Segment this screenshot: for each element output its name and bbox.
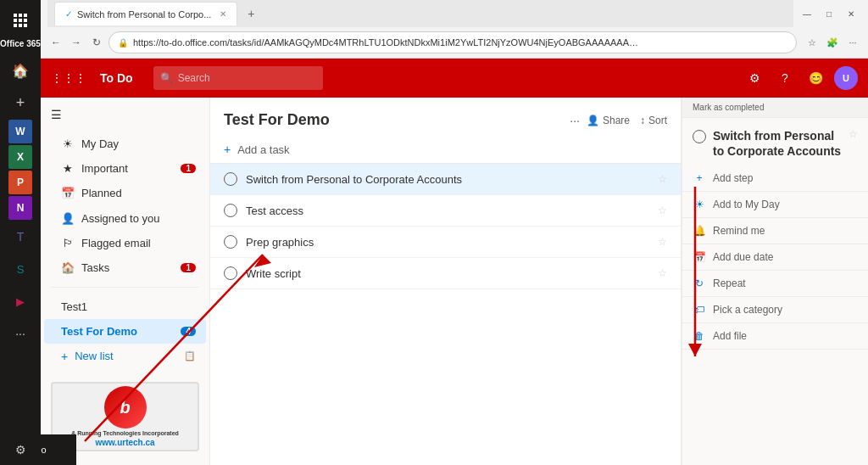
active-tab[interactable]: ✓ Switch from Personal to Corpo... ✕ <box>54 2 237 25</box>
detail-add-to-my-day[interactable]: ☀ Add to My Day <box>682 192 868 218</box>
search-input[interactable] <box>178 72 297 84</box>
tab-favicon: ✓ <box>65 9 72 19</box>
sidebar-menu-icon[interactable]: ☰ <box>51 108 62 121</box>
address-bar[interactable]: 🔒 https://to-do.office.com/tasks/id/AAMk… <box>108 31 797 53</box>
sidebar-icon-sharepoint[interactable]: S <box>5 254 36 284</box>
sidebar-list-test-for-demo[interactable]: Test For Demo 4 <box>44 319 206 344</box>
sidebar-icon-stream[interactable]: ▶ <box>5 286 36 317</box>
sidebar-icon-settings[interactable]: ⚙ <box>5 434 36 465</box>
todo-sidebar: ☰ ☀ My Day ★ Important 1 📅 <box>41 98 210 465</box>
search-box[interactable]: 🔍 <box>153 66 323 90</box>
task-star-2[interactable]: ☆ <box>658 236 667 248</box>
close-button[interactable]: ✕ <box>841 5 861 22</box>
task-list-header: Test For Demo ··· 👤 Share ↕ Sort <box>210 98 681 136</box>
sidebar-item-planned[interactable]: 📅 Planned <box>44 181 206 205</box>
add-step-icon: + <box>693 172 706 184</box>
user-avatar[interactable]: U <box>834 66 858 90</box>
office-sidebar: Office 365 🏠 + W X P N T S ▶ ··· ⚙ <box>0 0 41 465</box>
detail-task-title: Switch from Personal to Corporate Accoun… <box>713 128 842 159</box>
feedback-icon-button[interactable]: 😊 <box>804 66 827 90</box>
task-star-0[interactable]: ☆ <box>658 173 667 185</box>
logo-tagline: & Running Technologies Incorporated <box>71 430 179 437</box>
todo-header: ⋮⋮⋮ To Do 🔍 ⚙ ? 😊 U <box>41 59 868 98</box>
minimize-button[interactable]: — <box>797 5 817 22</box>
task-item-2[interactable]: Prep graphics ☆ <box>210 227 681 258</box>
detail-task-checkbox[interactable] <box>693 130 706 143</box>
more-button[interactable]: ··· <box>844 34 861 51</box>
task-detail-panel: Mark as completed Switch from Personal t… <box>682 98 868 465</box>
bookmark-button[interactable]: ☆ <box>804 34 821 51</box>
sort-icon: ↕ <box>640 115 645 126</box>
add-task-row[interactable]: + Add a task <box>210 136 681 164</box>
task-text-3: Write script <box>246 267 649 280</box>
task-checkbox-2[interactable] <box>224 235 237 249</box>
task-item-0[interactable]: Switch from Personal to Corporate Accoun… <box>210 164 681 195</box>
add-task-icon: + <box>224 143 231 156</box>
sidebar-item-important[interactable]: ★ Important 1 <box>44 156 206 181</box>
sidebar-icon-excel[interactable]: X <box>8 145 32 169</box>
sidebar-icon-teams[interactable]: T <box>5 221 36 252</box>
browser-window: ✓ Switch from Personal to Corpo... ✕ + —… <box>41 0 868 465</box>
task-list-more-button[interactable]: ··· <box>570 114 580 127</box>
new-list-icon: + <box>61 350 68 363</box>
task-star-3[interactable]: ☆ <box>658 267 667 279</box>
detail-remind-me[interactable]: 🔔 Remind me <box>682 218 868 244</box>
task-list-panel: Test For Demo ··· 👤 Share ↕ Sort <box>210 98 682 465</box>
task-checkbox-0[interactable] <box>224 172 237 186</box>
logo-letter: b <box>120 398 130 417</box>
task-checkbox-3[interactable] <box>224 266 237 280</box>
detail-add-file[interactable]: 🗑 Add file <box>682 323 868 350</box>
svg-rect-0 <box>14 14 17 17</box>
help-icon-button[interactable]: ? <box>773 66 797 90</box>
detail-add-step[interactable]: + Add step <box>682 165 868 192</box>
extensions-button[interactable]: 🧩 <box>824 34 841 51</box>
settings-icon-button[interactable]: ⚙ <box>743 66 766 90</box>
new-tab-button[interactable]: + <box>241 3 261 24</box>
my-day-icon: ☀ <box>61 137 75 150</box>
flagged-label: Flagged email <box>81 237 151 249</box>
mark-completed-label: Mark as completed <box>693 103 764 112</box>
close-tab-button[interactable]: ✕ <box>220 9 226 19</box>
maximize-button[interactable]: □ <box>819 5 839 22</box>
outer-shell: Office 365 🏠 + W X P N T S ▶ ··· ⚙ ✓ Swi… <box>0 0 868 465</box>
svg-rect-1 <box>19 14 22 17</box>
task-text-2: Prep graphics <box>246 236 649 249</box>
sidebar-icon-add[interactable]: + <box>5 87 36 118</box>
new-list-button[interactable]: + New list 📋 <box>44 344 206 368</box>
sidebar-list-test1[interactable]: Test1 <box>44 294 206 319</box>
detail-header: Switch from Personal to Corporate Accoun… <box>682 118 868 165</box>
sidebar-item-tasks[interactable]: 🏠 Tasks 1 <box>44 255 206 280</box>
back-button[interactable]: ← <box>47 34 64 51</box>
task-checkbox-1[interactable] <box>224 204 237 217</box>
task-item-3[interactable]: Write script ☆ <box>210 258 681 289</box>
share-button[interactable]: 👤 Share <box>587 115 630 126</box>
tasks-label: Tasks <box>81 261 109 274</box>
sidebar-item-flagged[interactable]: 🏳 Flagged email <box>44 231 206 255</box>
tab-title: Switch from Personal to Corpo... <box>77 9 211 20</box>
sidebar-item-assigned[interactable]: 👤 Assigned to you <box>44 205 206 230</box>
browser-titlebar: ✓ Switch from Personal to Corpo... ✕ + —… <box>41 0 868 27</box>
sidebar-icon-more[interactable]: ··· <box>5 318 36 349</box>
todo-main: ☰ ☀ My Day ★ Important 1 📅 <box>41 98 868 465</box>
svg-rect-8 <box>24 24 27 27</box>
sidebar-icon-home[interactable]: 🏠 <box>5 55 36 86</box>
detail-add-due-date[interactable]: 📅 Add due date <box>682 244 868 271</box>
forward-button[interactable]: → <box>68 34 85 51</box>
important-badge: 1 <box>181 164 196 173</box>
window-controls: — □ ✕ <box>797 5 861 22</box>
sidebar-icon-word[interactable]: W <box>8 120 32 143</box>
sidebar-item-my-day[interactable]: ☀ My Day <box>44 132 206 156</box>
sidebar-icon-powerpoint[interactable]: P <box>8 171 32 194</box>
add-task-label: Add a task <box>237 143 289 156</box>
detail-repeat[interactable]: ↻ Repeat <box>682 271 868 297</box>
refresh-button[interactable]: ↻ <box>88 34 105 51</box>
sort-button[interactable]: ↕ Sort <box>640 115 667 126</box>
task-item-1[interactable]: Test access ☆ <box>210 195 681 227</box>
sidebar-icon-onenote[interactable]: N <box>8 196 32 220</box>
category-label: Pick a category <box>713 304 782 316</box>
waffle-icon[interactable]: ⋮⋮⋮ <box>51 71 86 85</box>
detail-pick-category[interactable]: 🏷 Pick a category <box>682 297 868 323</box>
detail-task-star[interactable]: ☆ <box>849 128 858 140</box>
task-star-1[interactable]: ☆ <box>658 204 667 216</box>
app-launcher-button[interactable] <box>7 7 34 34</box>
